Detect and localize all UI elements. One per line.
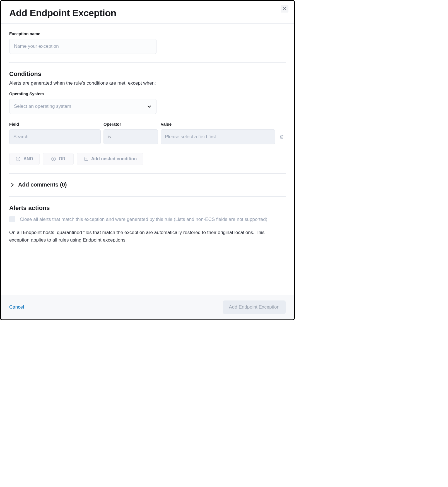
value-column-label: Value (161, 122, 275, 126)
plus-circle-icon (51, 156, 56, 161)
close-alerts-row: Close all alerts that match this excepti… (9, 216, 286, 223)
field-column-label: Field (9, 122, 101, 126)
alerts-actions-info: On all Endpoint hosts, quarantined files… (9, 229, 286, 244)
exception-name-input[interactable] (9, 39, 156, 54)
close-alerts-label: Close all alerts that match this excepti… (20, 216, 267, 223)
chevron-down-icon (147, 104, 152, 109)
conditions-description: Alerts are generated when the rule's con… (9, 80, 286, 86)
or-label: OR (59, 156, 66, 161)
close-button[interactable] (281, 5, 288, 13)
add-nested-button[interactable]: Add nested condition (77, 153, 143, 165)
os-select-placeholder: Select an operating system (14, 104, 71, 109)
svg-point-3 (86, 159, 86, 159)
close-alerts-checkbox[interactable] (9, 216, 15, 222)
or-button[interactable]: OR (43, 153, 74, 165)
cancel-button[interactable]: Cancel (9, 304, 24, 310)
delete-condition-button[interactable] (278, 130, 286, 144)
comments-accordion[interactable]: Add comments (0) (11, 182, 286, 188)
exception-name-label: Exception name (9, 32, 286, 36)
nested-icon (83, 156, 88, 161)
os-label: Operating System (9, 92, 286, 96)
comments-title: Add comments (0) (18, 182, 67, 188)
and-label: AND (23, 156, 33, 161)
plus-circle-icon (16, 156, 21, 161)
operator-value: is (108, 134, 111, 140)
flyout-title: Add Endpoint Exception (9, 8, 116, 18)
trash-icon (279, 134, 284, 140)
field-select[interactable]: Search (9, 129, 101, 144)
value-select[interactable]: Please select a field first... (161, 129, 275, 144)
field-placeholder: Search (13, 134, 28, 140)
alerts-actions-title: Alerts actions (9, 204, 286, 212)
divider (9, 62, 286, 63)
svg-point-2 (87, 160, 87, 161)
flyout-body: Exception name Conditions Alerts are gen… (1, 24, 294, 295)
flyout-footer: Cancel Add Endpoint Exception (1, 295, 294, 319)
submit-button[interactable]: Add Endpoint Exception (223, 300, 286, 314)
operator-column-label: Operator (103, 122, 158, 126)
chevron-right-icon (11, 182, 14, 188)
nested-label: Add nested condition (91, 156, 137, 161)
logic-buttons-row: AND OR Add nested condition (9, 153, 286, 165)
flyout-header: Add Endpoint Exception (1, 1, 294, 24)
value-placeholder: Please select a field first... (165, 134, 220, 140)
divider (9, 173, 286, 174)
operator-select[interactable]: is (103, 129, 158, 144)
os-select[interactable]: Select an operating system (9, 99, 156, 114)
divider (9, 196, 286, 197)
conditions-title: Conditions (9, 70, 286, 78)
and-button[interactable]: AND (9, 153, 40, 165)
close-icon (283, 6, 286, 11)
condition-row: Field Search Operator is Value Please se… (9, 122, 286, 144)
